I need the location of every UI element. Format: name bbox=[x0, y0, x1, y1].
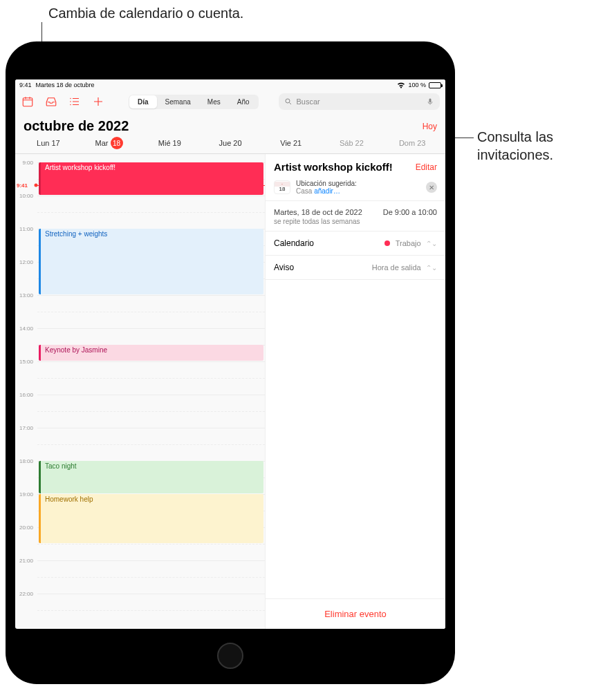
mic-icon[interactable] bbox=[426, 97, 434, 106]
svg-rect-0 bbox=[23, 98, 33, 106]
hour-label: 15:00 bbox=[15, 359, 36, 365]
today-button[interactable]: Hoy bbox=[423, 122, 437, 131]
hour-label: 13:00 bbox=[15, 292, 36, 299]
event-repeat: se repite todas las semanas bbox=[274, 218, 437, 225]
search-input[interactable]: Buscar bbox=[279, 93, 440, 110]
date-chip: · 18 bbox=[274, 180, 290, 194]
svg-line-13 bbox=[289, 103, 291, 105]
wifi-icon bbox=[397, 82, 405, 88]
svg-point-12 bbox=[286, 99, 290, 103]
calendar-value: Trabajo bbox=[396, 239, 421, 247]
calendar-field[interactable]: Calendario Trabajo ⌃⌄ bbox=[266, 231, 445, 256]
day-item[interactable]: Sáb22 bbox=[322, 137, 382, 149]
calendar-event[interactable]: Keynote by Jasmine bbox=[39, 345, 263, 361]
hour-line bbox=[37, 594, 265, 594]
callout-right-l1: Consulta las bbox=[477, 128, 553, 146]
alert-label: Aviso bbox=[274, 263, 294, 272]
hour-label: 17:00 bbox=[15, 425, 36, 431]
suggest-place: Casa bbox=[296, 187, 312, 195]
svg-point-9 bbox=[70, 104, 71, 106]
clear-suggestion-icon[interactable]: ✕ bbox=[426, 182, 437, 193]
date-chip-num: 18 bbox=[275, 187, 290, 193]
alert-value: Hora de salida bbox=[372, 263, 421, 272]
home-button[interactable] bbox=[217, 643, 243, 669]
day-label: Sáb bbox=[340, 139, 353, 147]
callout-top: Cambia de calendario o cuenta. bbox=[48, 4, 243, 22]
edit-button[interactable]: Editar bbox=[416, 162, 437, 172]
seg-year[interactable]: Año bbox=[229, 95, 258, 108]
month-header: octubre de 2022 Hoy bbox=[15, 113, 445, 137]
hour-line bbox=[37, 395, 265, 395]
day-label: Jue bbox=[219, 139, 232, 147]
hour-line bbox=[37, 196, 265, 196]
day-item[interactable]: Jue20 bbox=[200, 137, 261, 149]
day-label: Mié bbox=[158, 139, 171, 147]
day-label: Lun bbox=[37, 139, 49, 147]
search-icon bbox=[284, 97, 293, 106]
event-date: Martes, 18 de oct de 2022 bbox=[274, 208, 362, 216]
day-item[interactable]: Lun17 bbox=[18, 137, 79, 149]
hour-line bbox=[37, 361, 265, 362]
event-datetime: Martes, 18 de oct de 2022 De 9:00 a 10:0… bbox=[266, 201, 445, 231]
hour-label: 14:00 bbox=[15, 325, 36, 332]
day-label: Dom bbox=[399, 139, 415, 147]
seg-month[interactable]: Mes bbox=[199, 95, 229, 108]
half-hour-line bbox=[37, 378, 265, 379]
hour-label: 16:00 bbox=[15, 392, 36, 398]
inbox-icon[interactable] bbox=[44, 95, 58, 108]
day-item[interactable]: Mié19 bbox=[139, 137, 200, 149]
calendar-event[interactable]: Taco night bbox=[39, 461, 263, 493]
toolbar: Día Semana Mes Año Buscar bbox=[15, 91, 445, 113]
day-item[interactable]: Mar18 bbox=[79, 137, 140, 149]
day-number-selected: 18 bbox=[111, 137, 123, 149]
alert-field[interactable]: Aviso Hora de salida ⌃⌄ bbox=[266, 256, 445, 280]
seg-week[interactable]: Semana bbox=[157, 95, 199, 108]
hour-line bbox=[37, 560, 265, 561]
battery-pct: 100 % bbox=[408, 82, 426, 88]
list-icon[interactable] bbox=[68, 95, 82, 108]
delete-event-button[interactable]: Eliminar evento bbox=[266, 598, 445, 629]
hour-label: 12:00 bbox=[15, 259, 36, 265]
callout-right-l2: invitaciones. bbox=[477, 146, 553, 164]
half-hour-line bbox=[37, 544, 265, 545]
now-dot-icon bbox=[35, 183, 38, 187]
seg-day[interactable]: Día bbox=[129, 95, 157, 108]
day-item[interactable]: Vie21 bbox=[261, 137, 322, 149]
calendar-color-dot bbox=[384, 240, 390, 246]
half-hour-line bbox=[37, 312, 265, 312]
battery-icon bbox=[429, 82, 441, 88]
hour-label: 19:00 bbox=[15, 491, 36, 498]
timeline[interactable]: 9:0010:0011:0012:0013:0014:0015:0016:001… bbox=[15, 154, 266, 629]
svg-point-8 bbox=[70, 101, 71, 102]
half-hour-line bbox=[37, 444, 265, 445]
day-number: 17 bbox=[51, 139, 59, 147]
ipad-frame: 9:41 Martes 18 de octubre 100 % bbox=[6, 41, 455, 684]
calendar-event[interactable]: Artist workshop kickoff! bbox=[39, 162, 263, 195]
half-hour-line bbox=[37, 577, 265, 578]
hour-label: 20:00 bbox=[15, 524, 36, 531]
add-icon[interactable] bbox=[91, 95, 105, 108]
hour-label: 22:00 bbox=[15, 591, 36, 597]
now-time-label: 9:41 bbox=[15, 182, 28, 188]
days-row: Lun17Mar18Mié19Jue20Vie21Sáb22Dom23 bbox=[15, 137, 445, 154]
suggest-add-link[interactable]: añadir… bbox=[314, 187, 340, 195]
calendars-icon[interactable] bbox=[21, 95, 35, 108]
half-hour-line bbox=[37, 610, 265, 611]
day-number: 23 bbox=[417, 139, 425, 147]
day-number: 19 bbox=[173, 139, 181, 147]
status-time: 9:41 bbox=[19, 82, 32, 88]
chevron-updown-icon: ⌃⌄ bbox=[426, 264, 437, 272]
day-item[interactable]: Dom23 bbox=[382, 137, 443, 149]
hour-label: 21:00 bbox=[15, 558, 36, 564]
status-date: Martes 18 de octubre bbox=[36, 82, 95, 88]
month-title: octubre de 2022 bbox=[24, 118, 423, 134]
hour-label: 10:00 bbox=[15, 193, 36, 199]
chevron-updown-icon: ⌃⌄ bbox=[426, 240, 437, 247]
calendar-event[interactable]: Homework help bbox=[39, 494, 263, 543]
calendar-event[interactable]: Stretching + weights bbox=[39, 229, 263, 294]
event-title: Artist workshop kickoff! bbox=[274, 161, 416, 173]
half-hour-line bbox=[37, 411, 265, 412]
hour-label: 9:00 bbox=[15, 160, 36, 166]
day-label: Mar bbox=[95, 139, 109, 147]
svg-point-7 bbox=[70, 98, 71, 100]
